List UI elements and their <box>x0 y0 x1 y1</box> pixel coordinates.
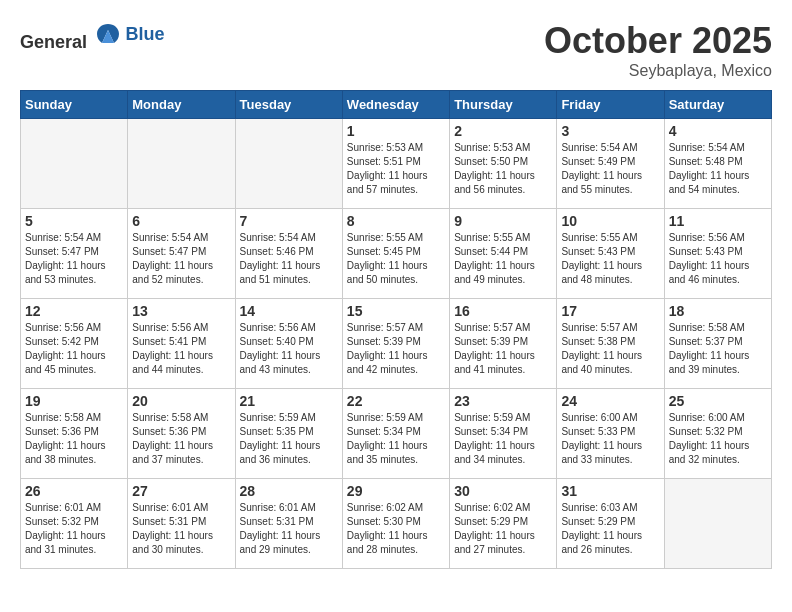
day-info: Sunrise: 5:57 AMSunset: 5:38 PMDaylight:… <box>561 321 659 377</box>
calendar-cell: 6Sunrise: 5:54 AMSunset: 5:47 PMDaylight… <box>128 209 235 299</box>
day-number: 2 <box>454 123 552 139</box>
day-number: 26 <box>25 483 123 499</box>
calendar-week-row: 26Sunrise: 6:01 AMSunset: 5:32 PMDayligh… <box>21 479 772 569</box>
day-number: 5 <box>25 213 123 229</box>
day-info: Sunrise: 5:56 AMSunset: 5:43 PMDaylight:… <box>669 231 767 287</box>
calendar-cell: 29Sunrise: 6:02 AMSunset: 5:30 PMDayligh… <box>342 479 449 569</box>
day-info: Sunrise: 6:00 AMSunset: 5:32 PMDaylight:… <box>669 411 767 467</box>
month-title: October 2025 <box>544 20 772 62</box>
day-number: 23 <box>454 393 552 409</box>
day-number: 8 <box>347 213 445 229</box>
day-number: 15 <box>347 303 445 319</box>
calendar-cell: 25Sunrise: 6:00 AMSunset: 5:32 PMDayligh… <box>664 389 771 479</box>
calendar-cell: 26Sunrise: 6:01 AMSunset: 5:32 PMDayligh… <box>21 479 128 569</box>
calendar-week-row: 1Sunrise: 5:53 AMSunset: 5:51 PMDaylight… <box>21 119 772 209</box>
day-number: 10 <box>561 213 659 229</box>
day-info: Sunrise: 5:53 AMSunset: 5:51 PMDaylight:… <box>347 141 445 197</box>
day-number: 25 <box>669 393 767 409</box>
weekday-header: Monday <box>128 91 235 119</box>
calendar-cell: 19Sunrise: 5:58 AMSunset: 5:36 PMDayligh… <box>21 389 128 479</box>
calendar-cell: 8Sunrise: 5:55 AMSunset: 5:45 PMDaylight… <box>342 209 449 299</box>
day-info: Sunrise: 6:01 AMSunset: 5:32 PMDaylight:… <box>25 501 123 557</box>
day-info: Sunrise: 5:57 AMSunset: 5:39 PMDaylight:… <box>347 321 445 377</box>
calendar-cell: 7Sunrise: 5:54 AMSunset: 5:46 PMDaylight… <box>235 209 342 299</box>
day-number: 28 <box>240 483 338 499</box>
day-info: Sunrise: 5:56 AMSunset: 5:42 PMDaylight:… <box>25 321 123 377</box>
logo-general: General <box>20 32 87 52</box>
day-number: 31 <box>561 483 659 499</box>
day-number: 4 <box>669 123 767 139</box>
day-number: 18 <box>669 303 767 319</box>
calendar-cell: 31Sunrise: 6:03 AMSunset: 5:29 PMDayligh… <box>557 479 664 569</box>
day-info: Sunrise: 6:01 AMSunset: 5:31 PMDaylight:… <box>132 501 230 557</box>
day-number: 19 <box>25 393 123 409</box>
location-title: Seybaplaya, Mexico <box>544 62 772 80</box>
weekday-header: Sunday <box>21 91 128 119</box>
day-number: 16 <box>454 303 552 319</box>
day-info: Sunrise: 6:01 AMSunset: 5:31 PMDaylight:… <box>240 501 338 557</box>
logo-blue: Blue <box>126 24 165 45</box>
day-info: Sunrise: 5:54 AMSunset: 5:49 PMDaylight:… <box>561 141 659 197</box>
weekday-header: Friday <box>557 91 664 119</box>
calendar-cell: 2Sunrise: 5:53 AMSunset: 5:50 PMDaylight… <box>450 119 557 209</box>
calendar-cell: 30Sunrise: 6:02 AMSunset: 5:29 PMDayligh… <box>450 479 557 569</box>
day-info: Sunrise: 6:03 AMSunset: 5:29 PMDaylight:… <box>561 501 659 557</box>
day-number: 14 <box>240 303 338 319</box>
day-info: Sunrise: 5:58 AMSunset: 5:36 PMDaylight:… <box>132 411 230 467</box>
day-info: Sunrise: 5:56 AMSunset: 5:40 PMDaylight:… <box>240 321 338 377</box>
calendar-cell: 21Sunrise: 5:59 AMSunset: 5:35 PMDayligh… <box>235 389 342 479</box>
day-number: 13 <box>132 303 230 319</box>
calendar-cell: 13Sunrise: 5:56 AMSunset: 5:41 PMDayligh… <box>128 299 235 389</box>
day-info: Sunrise: 6:02 AMSunset: 5:30 PMDaylight:… <box>347 501 445 557</box>
calendar-cell: 24Sunrise: 6:00 AMSunset: 5:33 PMDayligh… <box>557 389 664 479</box>
day-info: Sunrise: 6:00 AMSunset: 5:33 PMDaylight:… <box>561 411 659 467</box>
calendar-cell <box>235 119 342 209</box>
day-info: Sunrise: 5:57 AMSunset: 5:39 PMDaylight:… <box>454 321 552 377</box>
calendar-cell: 16Sunrise: 5:57 AMSunset: 5:39 PMDayligh… <box>450 299 557 389</box>
calendar-cell: 18Sunrise: 5:58 AMSunset: 5:37 PMDayligh… <box>664 299 771 389</box>
calendar-cell: 5Sunrise: 5:54 AMSunset: 5:47 PMDaylight… <box>21 209 128 299</box>
day-number: 17 <box>561 303 659 319</box>
day-number: 1 <box>347 123 445 139</box>
calendar-cell: 1Sunrise: 5:53 AMSunset: 5:51 PMDaylight… <box>342 119 449 209</box>
calendar-cell: 15Sunrise: 5:57 AMSunset: 5:39 PMDayligh… <box>342 299 449 389</box>
calendar-cell: 23Sunrise: 5:59 AMSunset: 5:34 PMDayligh… <box>450 389 557 479</box>
day-number: 11 <box>669 213 767 229</box>
day-number: 29 <box>347 483 445 499</box>
logo-icon <box>94 20 122 48</box>
calendar-cell: 9Sunrise: 5:55 AMSunset: 5:44 PMDaylight… <box>450 209 557 299</box>
day-number: 24 <box>561 393 659 409</box>
day-number: 6 <box>132 213 230 229</box>
logo: General Blue <box>20 20 165 53</box>
day-info: Sunrise: 5:58 AMSunset: 5:36 PMDaylight:… <box>25 411 123 467</box>
calendar-cell: 28Sunrise: 6:01 AMSunset: 5:31 PMDayligh… <box>235 479 342 569</box>
day-number: 22 <box>347 393 445 409</box>
day-info: Sunrise: 5:55 AMSunset: 5:45 PMDaylight:… <box>347 231 445 287</box>
page-header: General Blue October 2025 Seybaplaya, Me… <box>20 20 772 80</box>
day-info: Sunrise: 5:54 AMSunset: 5:47 PMDaylight:… <box>25 231 123 287</box>
calendar-cell: 11Sunrise: 5:56 AMSunset: 5:43 PMDayligh… <box>664 209 771 299</box>
day-info: Sunrise: 5:55 AMSunset: 5:43 PMDaylight:… <box>561 231 659 287</box>
calendar-cell: 14Sunrise: 5:56 AMSunset: 5:40 PMDayligh… <box>235 299 342 389</box>
weekday-header-row: SundayMondayTuesdayWednesdayThursdayFrid… <box>21 91 772 119</box>
day-info: Sunrise: 5:58 AMSunset: 5:37 PMDaylight:… <box>669 321 767 377</box>
calendar-cell: 10Sunrise: 5:55 AMSunset: 5:43 PMDayligh… <box>557 209 664 299</box>
calendar-cell <box>664 479 771 569</box>
calendar-cell: 4Sunrise: 5:54 AMSunset: 5:48 PMDaylight… <box>664 119 771 209</box>
title-block: October 2025 Seybaplaya, Mexico <box>544 20 772 80</box>
day-info: Sunrise: 5:59 AMSunset: 5:34 PMDaylight:… <box>454 411 552 467</box>
calendar-cell: 22Sunrise: 5:59 AMSunset: 5:34 PMDayligh… <box>342 389 449 479</box>
day-number: 3 <box>561 123 659 139</box>
day-info: Sunrise: 5:59 AMSunset: 5:35 PMDaylight:… <box>240 411 338 467</box>
weekday-header: Thursday <box>450 91 557 119</box>
day-info: Sunrise: 5:54 AMSunset: 5:47 PMDaylight:… <box>132 231 230 287</box>
weekday-header: Tuesday <box>235 91 342 119</box>
day-info: Sunrise: 6:02 AMSunset: 5:29 PMDaylight:… <box>454 501 552 557</box>
weekday-header: Saturday <box>664 91 771 119</box>
day-number: 30 <box>454 483 552 499</box>
day-info: Sunrise: 5:55 AMSunset: 5:44 PMDaylight:… <box>454 231 552 287</box>
calendar-cell: 17Sunrise: 5:57 AMSunset: 5:38 PMDayligh… <box>557 299 664 389</box>
calendar-cell: 3Sunrise: 5:54 AMSunset: 5:49 PMDaylight… <box>557 119 664 209</box>
calendar-cell: 27Sunrise: 6:01 AMSunset: 5:31 PMDayligh… <box>128 479 235 569</box>
calendar-table: SundayMondayTuesdayWednesdayThursdayFrid… <box>20 90 772 569</box>
